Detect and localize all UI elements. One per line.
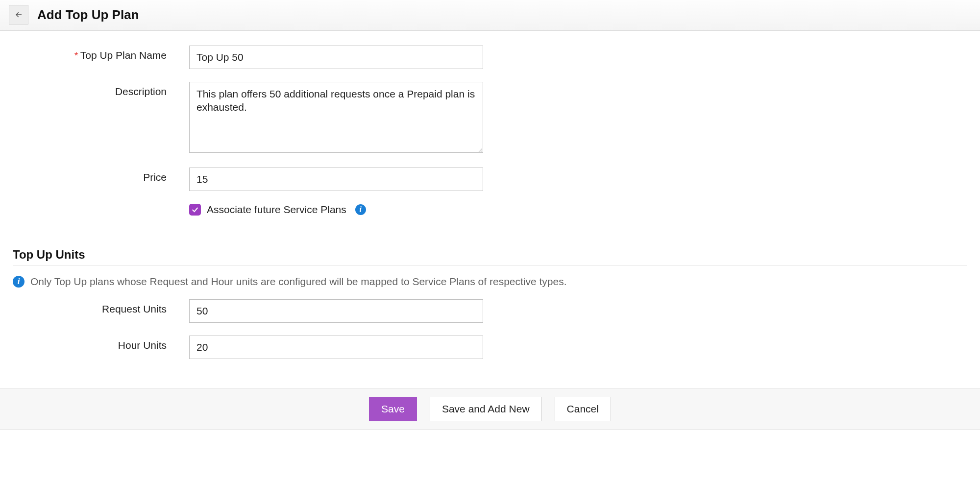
associate-future-checkbox[interactable] <box>189 204 201 216</box>
footer-actions: Save Save and Add New Cancel <box>0 388 980 430</box>
row-description: Description This plan offers 50 addition… <box>13 82 967 155</box>
page-header: Add Top Up Plan <box>0 0 980 31</box>
row-associate-future: Associate future Service Plans i <box>13 204 967 216</box>
label-price: Price <box>13 168 189 183</box>
row-plan-name: *Top Up Plan Name <box>13 46 967 69</box>
back-button[interactable] <box>9 5 28 24</box>
request-units-input[interactable] <box>189 299 483 323</box>
units-hint-text: Only Top Up plans whose Request and Hour… <box>30 276 567 288</box>
section-title-top-up-units: Top Up Units <box>0 228 980 265</box>
save-and-add-new-button[interactable]: Save and Add New <box>430 397 542 421</box>
label-hour-units: Hour Units <box>13 336 189 351</box>
label-request-units: Request Units <box>13 299 189 315</box>
info-icon: i <box>13 276 24 288</box>
hour-units-input[interactable] <box>189 336 483 359</box>
label-plan-name: *Top Up Plan Name <box>13 46 189 61</box>
row-price: Price <box>13 168 967 191</box>
cancel-button[interactable]: Cancel <box>555 397 611 421</box>
save-button[interactable]: Save <box>369 397 417 421</box>
associate-future-label: Associate future Service Plans <box>207 204 346 216</box>
row-hour-units: Hour Units <box>13 336 967 359</box>
check-icon <box>191 206 199 214</box>
form-area: *Top Up Plan Name Description This plan … <box>0 31 980 216</box>
page-title: Add Top Up Plan <box>37 7 139 23</box>
info-icon[interactable]: i <box>355 204 366 215</box>
label-description: Description <box>13 82 189 97</box>
price-input[interactable] <box>189 168 483 191</box>
units-form-area: Request Units Hour Units <box>0 299 980 359</box>
row-request-units: Request Units <box>13 299 967 323</box>
units-hint-row: i Only Top Up plans whose Request and Ho… <box>0 266 980 299</box>
required-star-icon: * <box>74 49 78 61</box>
plan-name-input[interactable] <box>189 46 483 69</box>
arrow-left-icon <box>14 10 23 19</box>
description-textarea[interactable]: This plan offers 50 additional requests … <box>189 82 483 153</box>
